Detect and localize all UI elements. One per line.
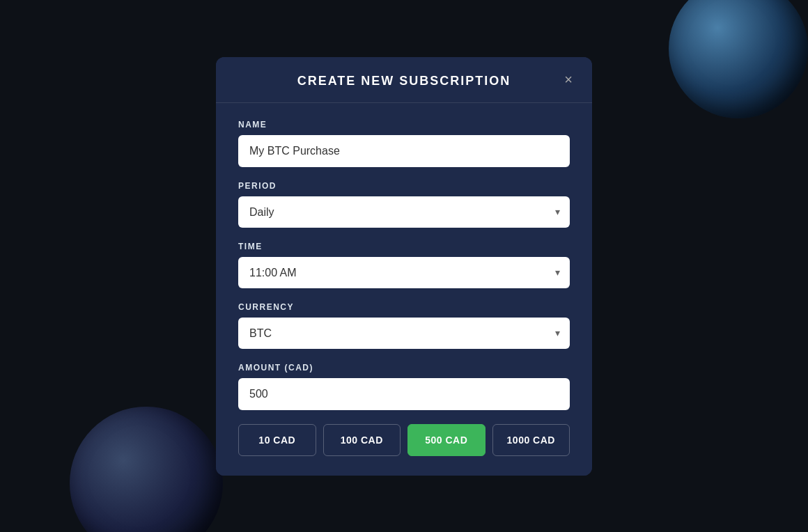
modal-title: CREATE NEW SUBSCRIPTION xyxy=(297,74,511,88)
period-select-wrapper: Daily Weekly Monthly ▾ xyxy=(238,196,570,228)
name-label: NAME xyxy=(238,120,570,130)
amount-field-group: AMOUNT (CAD) xyxy=(238,363,570,410)
time-label: TIME xyxy=(238,242,570,251)
name-field-group: NAME xyxy=(238,120,570,167)
close-button[interactable]: × xyxy=(559,70,578,89)
period-field-group: PERIOD Daily Weekly Monthly ▾ xyxy=(238,181,570,228)
modal-body: NAME PERIOD Daily Weekly Monthly ▾ TIME xyxy=(216,103,592,476)
amount-label: AMOUNT (CAD) xyxy=(238,363,570,373)
amount-button-1000[interactable]: 1000 CAD xyxy=(492,424,570,456)
amount-button-100[interactable]: 100 CAD xyxy=(323,424,401,456)
time-field-group: TIME 11:00 AM 12:00 PM 1:00 PM ▾ xyxy=(238,242,570,288)
create-subscription-modal: CREATE NEW SUBSCRIPTION × NAME PERIOD Da… xyxy=(216,57,592,476)
currency-label: CURRENCY xyxy=(238,302,570,312)
modal-overlay: CREATE NEW SUBSCRIPTION × NAME PERIOD Da… xyxy=(0,0,808,532)
period-select[interactable]: Daily Weekly Monthly xyxy=(238,196,570,228)
name-input[interactable] xyxy=(238,135,570,167)
amount-button-500[interactable]: 500 CAD xyxy=(407,424,485,456)
currency-select-wrapper: BTC ETH LTC ▾ xyxy=(238,318,570,349)
time-select[interactable]: 11:00 AM 12:00 PM 1:00 PM xyxy=(238,257,570,288)
amount-button-10[interactable]: 10 CAD xyxy=(238,424,316,456)
time-select-wrapper: 11:00 AM 12:00 PM 1:00 PM ▾ xyxy=(238,257,570,288)
currency-select[interactable]: BTC ETH LTC xyxy=(238,318,570,349)
modal-header: CREATE NEW SUBSCRIPTION × xyxy=(216,57,592,103)
amount-input[interactable] xyxy=(238,378,570,410)
amount-buttons-group: 10 CAD 100 CAD 500 CAD 1000 CAD xyxy=(238,424,570,456)
period-label: PERIOD xyxy=(238,181,570,191)
currency-field-group: CURRENCY BTC ETH LTC ▾ xyxy=(238,302,570,349)
